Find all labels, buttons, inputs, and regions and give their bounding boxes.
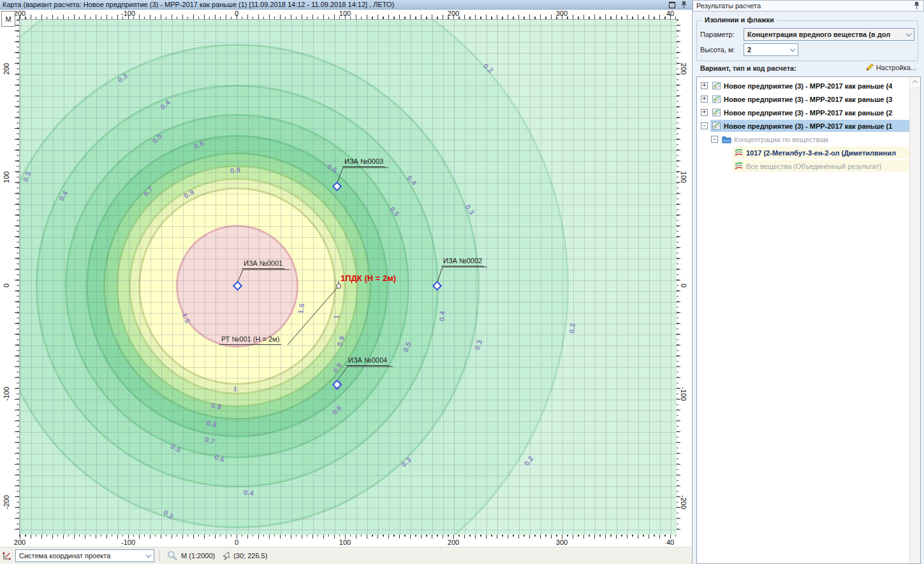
- pin-panel-icon[interactable]: [914, 2, 920, 10]
- tree-item-variant-1-selected[interactable]: - Новое предприятие (3) - МРР-2017 как р…: [697, 119, 909, 133]
- map-canvas[interactable]: 0.30.40.50.60.30.40.70.90.80.20.60.40.50…: [19, 19, 677, 535]
- calc-variant-icon: [712, 122, 721, 131]
- results-panel-header[interactable]: Результаты расчета: [693, 0, 924, 11]
- emission-source-label: ИЗА №0003: [342, 157, 385, 167]
- coordinate-axes-icon: [2, 551, 12, 561]
- calc-variant-icon: [712, 95, 721, 104]
- expand-icon[interactable]: +: [701, 82, 708, 89]
- tree-scrollbar[interactable]: [909, 77, 920, 563]
- parameter-select[interactable]: Концентрация вредного вещества (в дол: [744, 28, 914, 41]
- ruler-bottom: 200-100010020030040: [0, 534, 692, 547]
- results-panel: Результаты расчета Изолинии и флажки Пар…: [692, 0, 924, 564]
- collapse-icon[interactable]: -: [701, 122, 708, 129]
- tree-item-substance-1017[interactable]: 1017 (2-Метилбут-3-ен-2-ол (Диметилвинил: [697, 146, 909, 159]
- pdk-threshold-label: 1ПДК (Н = 2м): [341, 273, 396, 283]
- calc-variant-icon: [712, 82, 721, 90]
- tree-item-variant-2[interactable]: + Новое предприятие (3) - МРР-2017 как р…: [697, 106, 909, 119]
- expand-icon[interactable]: +: [701, 109, 708, 116]
- magnifier-icon: [167, 551, 178, 561]
- axis-tick-label: 0: [680, 284, 687, 287]
- results-panel-title: Результаты расчета: [696, 2, 761, 10]
- axis-tick-label: -200: [680, 495, 687, 509]
- axis-tick-label: 100: [3, 171, 10, 183]
- axis-tick-label: 300: [556, 539, 568, 546]
- cursor-pointer-icon: [222, 551, 230, 561]
- meters-unit-button[interactable]: М: [1, 11, 15, 27]
- axis-tick-label: 200: [448, 539, 459, 546]
- settings-link[interactable]: Настройка...: [865, 63, 916, 71]
- axis-tick-label: 200: [3, 63, 10, 75]
- map-window: Карта (вариант расчета: Новое предприяти…: [0, 0, 692, 564]
- calc-variant-icon: [712, 108, 721, 117]
- tree-item-variant-3[interactable]: + Новое предприятие (3) - МРР-2017 как р…: [697, 92, 909, 106]
- chevron-down-icon: [790, 46, 795, 51]
- statusbar-separator: [159, 550, 162, 561]
- coordinate-system-select[interactable]: Система координат проекта: [15, 549, 154, 562]
- ruler-right: 2001000-100-200: [676, 19, 689, 534]
- receptor-point-label: РТ №001 (Н = 2м): [219, 335, 281, 345]
- map-window-titlebar[interactable]: Карта (вариант расчета: Новое предприяти…: [0, 0, 692, 10]
- folder-icon: [722, 135, 731, 143]
- axis-tick-label: -100: [121, 539, 135, 546]
- map-window-title: Карта (вариант расчета: Новое предприяти…: [3, 1, 394, 8]
- chevron-down-icon: [146, 552, 151, 557]
- expand-icon[interactable]: +: [701, 96, 708, 103]
- chevron-down-icon: [906, 31, 911, 36]
- axis-tick-label: -200: [3, 495, 10, 509]
- axis-tick-label: 40: [666, 539, 674, 546]
- map-statusbar: Система координат проекта М (1:2000) (30…: [0, 547, 692, 564]
- variant-section-label: Вариант, тип и код расчета:: [700, 64, 796, 72]
- axis-tick-label: 200: [14, 539, 26, 546]
- emission-source-label: ИЗА №0001: [242, 259, 284, 269]
- isolines-flags-groupbox: Изолинии и флажки: [696, 20, 918, 61]
- pin-window-icon[interactable]: [681, 1, 687, 9]
- groupbox-title: Изолинии и флажки: [702, 16, 777, 24]
- axis-tick-label: -100: [3, 387, 10, 401]
- axis-tick-label: 0: [3, 284, 10, 287]
- axis-tick-label: -100: [680, 387, 687, 401]
- pencil-icon: [865, 63, 874, 71]
- emission-source-label: ИЗА №0002: [441, 257, 484, 266]
- ruler-left: 2001000-100-200: [0, 19, 19, 534]
- cursor-coordinates-value: (30; 226.5): [233, 552, 267, 560]
- chevron-up-icon: [913, 80, 918, 85]
- map-scale-value: М (1:2000): [181, 552, 215, 560]
- isolines-result-icon: [734, 148, 744, 157]
- isolines-result-icon: [734, 162, 744, 170]
- height-select[interactable]: 2: [744, 43, 798, 56]
- calculation-variants-tree: + Новое предприятие (3) - МРР-2017 как р…: [696, 76, 921, 564]
- scroll-up-button[interactable]: [910, 77, 920, 88]
- emission-source-label: ИЗА №0004: [346, 356, 389, 366]
- axis-tick-label: 0: [235, 539, 238, 546]
- restore-window-icon[interactable]: [669, 2, 675, 8]
- axis-tick-label: 100: [339, 539, 351, 546]
- axis-tick-label: 200: [680, 63, 687, 75]
- tree-item-all-substances[interactable]: Все вещества (Объединённый результат): [697, 159, 909, 173]
- parameter-label: Параметр:: [700, 31, 735, 38]
- height-label: Высота, м:: [700, 46, 735, 54]
- axis-tick-label: 100: [680, 171, 687, 183]
- tree-item-concentrations-group[interactable]: - Концентрации по веществам: [697, 133, 909, 146]
- tree-item-variant-4[interactable]: + Новое предприятие (3) - МРР-2017 как р…: [697, 79, 909, 92]
- ruler-top: 200-100010020030040: [0, 10, 692, 19]
- collapse-icon[interactable]: -: [711, 136, 718, 143]
